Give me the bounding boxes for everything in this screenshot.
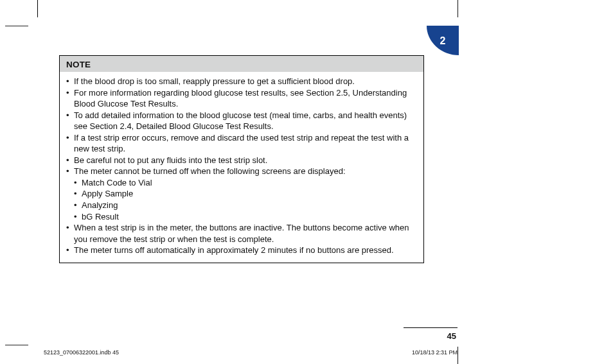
note-item: If the blood drop is too small, reapply … (66, 76, 417, 87)
note-subitem: Analyzing (66, 200, 417, 211)
crop-mark (458, 0, 458, 17)
crop-mark (458, 347, 458, 364)
note-body: If the blood drop is too small, reapply … (60, 72, 423, 263)
note-item: If a test strip error occurs, remove and… (66, 132, 417, 155)
page-number-rule (404, 327, 458, 328)
note-item: For more information regarding blood glu… (66, 87, 417, 110)
document-page: 2 NOTE If the blood drop is too small, r… (0, 0, 613, 364)
note-subitem: Match Code to Vial (66, 177, 417, 189)
footer-right: 10/18/13 2:31 PM (412, 349, 458, 356)
note-subitem: bG Result (66, 211, 417, 223)
print-footer: 52123_07006322001.indb 45 10/18/13 2:31 … (44, 349, 458, 356)
crop-mark (37, 0, 38, 17)
note-item: When a test strip is in the meter, the b… (66, 222, 417, 245)
note-item: The meter cannot be turned off when the … (66, 166, 417, 177)
footer-left: 52123_07006322001.indb 45 (44, 349, 119, 356)
note-box: NOTE If the blood drop is too small, rea… (59, 55, 424, 263)
note-header: NOTE (60, 56, 423, 72)
crop-mark (5, 345, 28, 345)
chapter-number: 2 (440, 36, 446, 46)
note-subitem: Apply Sample (66, 188, 417, 200)
crop-mark (5, 26, 28, 26)
note-item: Be careful not to put any fluids into th… (66, 155, 417, 166)
note-item: The meter turns off automatically in app… (66, 245, 417, 256)
chapter-tab: 2 (427, 26, 459, 55)
note-item: To add detailed information to the blood… (66, 110, 417, 132)
page-number: 45 (447, 331, 456, 341)
